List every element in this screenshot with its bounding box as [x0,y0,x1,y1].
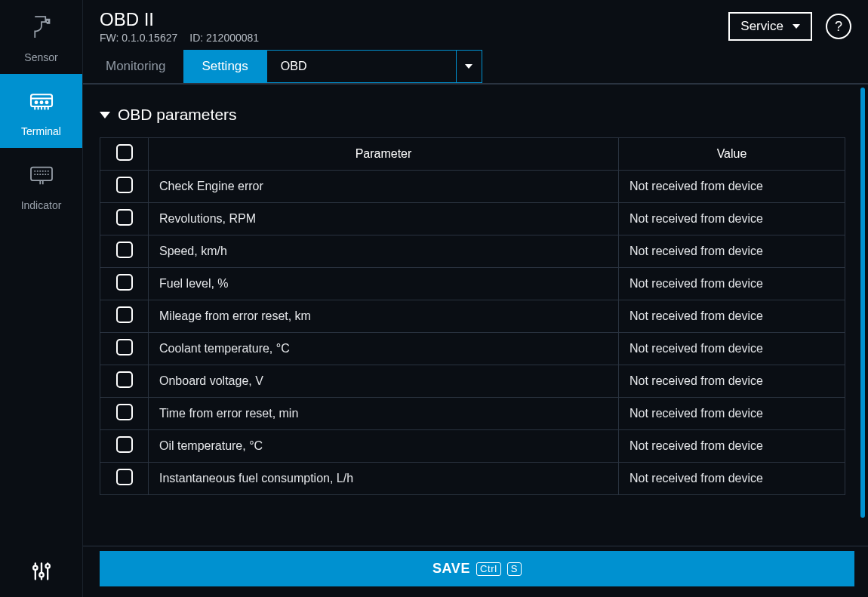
content-area: OBD parameters Parameter Value Check Eng… [83,85,859,546]
param-value: Not received from device [619,430,845,463]
table-row: Oil temperature, °CNot received from dev… [100,430,845,463]
svg-rect-19 [36,174,38,175]
row-checkbox[interactable] [116,209,133,226]
sidenav-settings-button[interactable] [0,561,82,585]
row-checkbox[interactable] [116,177,133,193]
sidenav-item-terminal[interactable]: Terminal [0,74,82,148]
tab-settings[interactable]: Settings [183,50,266,83]
svg-rect-12 [34,170,35,171]
table-row: Coolant temperature, °CNot received from… [100,333,845,365]
sidenav-item-label: Indicator [21,199,62,211]
service-dropdown[interactable]: Service [728,12,812,41]
svg-point-4 [40,101,42,103]
svg-rect-17 [47,170,48,171]
row-checkbox[interactable] [116,242,133,258]
param-name: Check Engine error [149,171,619,203]
row-checkbox[interactable] [116,339,133,355]
svg-rect-1 [31,94,52,106]
svg-rect-21 [42,174,43,175]
sidenav: Sensor Terminal [0,0,83,597]
section-title: OBD parameters [118,106,237,124]
col-value: Value [619,138,845,171]
row-checkbox[interactable] [116,404,133,420]
save-button[interactable]: SAVE Ctrl S [100,551,854,586]
checkbox-select-all[interactable] [116,144,133,161]
param-name: Instantaneous fuel consumption, L/h [149,463,619,495]
table-row: Onboard voltage, VNot received from devi… [100,365,845,398]
svg-point-27 [33,566,37,570]
device-id: ID: 212000081 [189,32,259,44]
row-checkbox[interactable] [116,274,133,291]
table-row: Speed, km/hNot received from device [100,235,845,268]
svg-point-5 [45,101,48,103]
settings-category-select: OBD [266,50,482,83]
sidenav-item-sensor[interactable]: Sensor [0,0,82,74]
row-checkbox[interactable] [116,469,133,485]
param-name: Mileage from error reset, km [149,300,619,333]
param-value: Not received from device [619,365,845,398]
help-icon: ? [835,19,842,35]
topbar: OBD II FW: 0.1.0.15627 ID: 212000081 Ser… [83,0,868,50]
kbd-ctrl: Ctrl [476,562,501,576]
table-row: Mileage from error reset, kmNot received… [100,300,845,333]
service-dropdown-label: Service [740,19,783,34]
svg-point-31 [45,564,49,568]
tabbar: Monitoring Settings OBD [83,50,868,85]
svg-point-29 [39,573,43,577]
param-value: Not received from device [619,398,845,430]
table-row: Fuel level, %Not received from device [100,268,845,300]
col-parameter: Parameter [149,138,619,171]
svg-rect-14 [39,170,41,171]
svg-rect-11 [31,167,52,180]
param-name: Time from error reset, min [149,398,619,430]
scrollbar[interactable] [860,88,865,518]
row-checkbox[interactable] [116,306,133,323]
svg-point-3 [35,101,37,103]
svg-rect-23 [47,174,48,175]
param-value: Not received from device [619,463,845,495]
param-value: Not received from device [619,203,845,235]
tab-monitoring[interactable]: Monitoring [88,50,183,83]
terminal-icon [26,85,57,119]
row-checkbox[interactable] [116,436,133,453]
param-name: Speed, km/h [149,235,619,268]
table-row: Revolutions, RPMNot received from device [100,203,845,235]
fw-version: FW: 0.1.0.15627 [100,32,177,44]
save-button-label: SAVE [432,561,470,577]
table-row: Time from error reset, minNot received f… [100,398,845,430]
sidenav-item-indicator[interactable]: Indicator [0,148,82,222]
indicator-icon [26,159,57,193]
param-name: Fuel level, % [149,268,619,300]
svg-point-0 [46,20,49,23]
section-toggle-obd-parameters[interactable]: OBD parameters [100,106,845,124]
chevron-down-icon [465,64,472,69]
svg-rect-18 [34,174,35,175]
param-name: Revolutions, RPM [149,203,619,235]
page-title: OBD II [100,9,259,30]
settings-category-value[interactable]: OBD [267,51,456,82]
svg-rect-15 [42,170,43,171]
svg-rect-20 [39,174,41,175]
table-row: Instantaneous fuel consumption, L/hNot r… [100,463,845,495]
settings-category-caret[interactable] [456,51,482,82]
param-value: Not received from device [619,171,845,203]
param-name: Oil temperature, °C [149,430,619,463]
sidenav-item-label: Terminal [21,125,61,137]
row-checkbox[interactable] [116,371,133,388]
svg-rect-13 [36,170,38,171]
param-value: Not received from device [619,333,845,365]
param-value: Not received from device [619,235,845,268]
table-row: Check Engine errorNot received from devi… [100,171,845,203]
sidenav-item-label: Sensor [24,51,57,63]
chevron-down-icon [100,112,110,118]
kbd-s: S [507,562,522,576]
param-value: Not received from device [619,268,845,300]
chevron-down-icon [793,24,800,29]
help-button[interactable]: ? [826,14,851,39]
obd-parameters-table: Parameter Value Check Engine errorNot re… [100,137,845,495]
sliders-icon [31,561,52,585]
svg-rect-22 [45,174,46,175]
param-name: Onboard voltage, V [149,365,619,398]
svg-rect-16 [45,170,46,171]
param-name: Coolant temperature, °C [149,333,619,365]
